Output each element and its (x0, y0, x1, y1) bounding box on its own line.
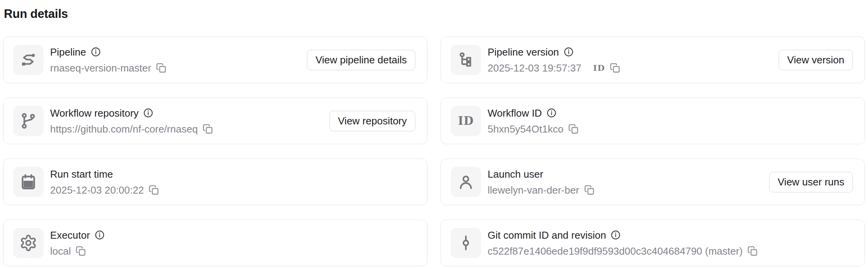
card-value: 5hxn5y54Ot1kco (488, 122, 563, 136)
run-details-page: Run details Pipeline rnaseq-version-mast… (0, 0, 868, 266)
copy-icon[interactable] (584, 185, 595, 196)
card-value: c522f87e1406ede19f9df9593d00c3c404684790… (488, 244, 743, 259)
copy-icon[interactable] (747, 246, 758, 257)
copy-icon[interactable] (202, 124, 213, 134)
info-icon[interactable] (546, 108, 557, 118)
gear-icon (13, 228, 44, 258)
copy-icon[interactable] (75, 246, 86, 257)
card-value: 2025-12-03 20:00:22 (50, 183, 144, 197)
id-icon: ID (451, 106, 481, 136)
run-details-grid: Pipeline rnaseq-version-master View pipe… (3, 37, 865, 266)
id-badge-icon[interactable]: ID (593, 61, 605, 75)
card-value: https://github.com/nf-core/rnaseq (50, 122, 198, 136)
card-value: 2025-12-03 19:57:37 (488, 61, 581, 75)
info-icon[interactable] (143, 108, 153, 118)
info-icon[interactable] (94, 230, 105, 240)
card-value: local (50, 244, 71, 259)
page-title: Run details (4, 7, 865, 21)
card-label: Pipeline version (488, 45, 559, 59)
pipeline-version-tree-icon (451, 45, 481, 75)
pipeline-icon (13, 45, 44, 75)
info-icon[interactable] (91, 47, 101, 57)
copy-icon[interactable] (568, 124, 579, 134)
view-repository-button[interactable]: View repository (329, 111, 415, 131)
card-label: Launch user (488, 167, 543, 182)
calendar-icon (13, 167, 44, 197)
card-label: Run start time (50, 167, 113, 182)
copy-icon[interactable] (610, 63, 620, 73)
copy-icon[interactable] (148, 185, 159, 196)
card-pipeline-version: Pipeline version 2025-12-03 19:57:37 ID … (441, 37, 865, 83)
card-label: Executor (50, 228, 90, 243)
card-workflow-id: ID Workflow ID 5hxn5y54Ot1kco (441, 98, 865, 144)
card-workflow-repository: Workflow repository https://github.com/n… (3, 98, 427, 144)
view-user-runs-button[interactable]: View user runs (769, 172, 853, 192)
user-icon (451, 167, 481, 197)
card-value: rnaseq-version-master (50, 61, 151, 75)
git-commit-icon (451, 228, 481, 258)
info-icon[interactable] (563, 47, 574, 57)
card-label: Workflow ID (488, 106, 542, 121)
card-launch-user: Launch user llewelyn-van-der-ber View us… (441, 159, 865, 205)
card-pipeline: Pipeline rnaseq-version-master View pipe… (3, 37, 427, 83)
card-label: Pipeline (50, 45, 86, 59)
view-version-button[interactable]: View version (779, 50, 853, 70)
copy-icon[interactable] (156, 63, 167, 73)
card-run-start-time: Run start time 2025-12-03 20:00:22 (3, 159, 427, 205)
card-value: llewelyn-van-der-ber (488, 183, 579, 197)
card-label: Workflow repository (50, 106, 139, 121)
card-git-commit: Git commit ID and revision c522f87e1406e… (441, 220, 865, 266)
git-branch-icon (13, 106, 44, 136)
info-icon[interactable] (610, 230, 621, 240)
card-executor: Executor local (3, 220, 427, 266)
card-label: Git commit ID and revision (488, 228, 606, 243)
view-pipeline-details-button[interactable]: View pipeline details (307, 50, 415, 70)
